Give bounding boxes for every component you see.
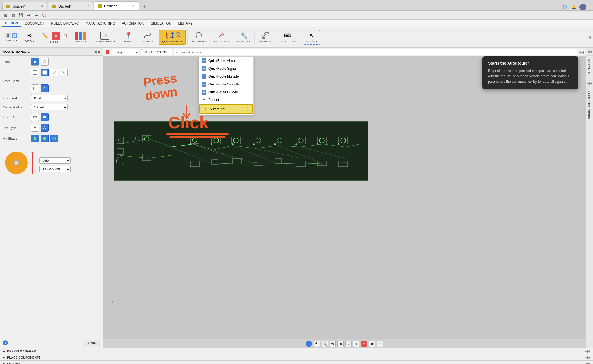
join-type-btn-1[interactable]: [31, 124, 39, 132]
layers-icon[interactable]: ▦: [10, 12, 17, 19]
via-shape-btn-circle1[interactable]: [41, 135, 49, 142]
style-btn-square[interactable]: [31, 69, 39, 76]
via-outer-select[interactable]: auto: [39, 157, 71, 164]
globe-icon[interactable]: 🌐: [561, 4, 568, 10]
browser-tab-1[interactable]: Untitled* ✕: [2, 2, 47, 10]
modify-button[interactable]: MODIFY ▾: [256, 30, 273, 44]
ribbon-group-rework: 🔧 REWORK ▾: [233, 30, 255, 44]
copy-button[interactable]: 📋: [61, 32, 69, 40]
style-btn-fill[interactable]: [41, 69, 49, 76]
design-manager-panel[interactable]: ▶ DESIGN MANAGER ◀◀: [0, 348, 593, 354]
tab-3-close[interactable]: ✕: [132, 4, 135, 8]
design-manager-collapse[interactable]: ◀◀: [585, 349, 590, 353]
inspector-tab[interactable]: INSPECTOR: [586, 55, 593, 80]
errors-panel[interactable]: ▶ ERRORS ◀◀: [0, 361, 593, 364]
browser-tab-3[interactable]: Untitled* ✕: [94, 1, 139, 10]
layers-button[interactable]: LAYERS ▾: [73, 30, 89, 44]
home-icon[interactable]: 🏠: [40, 12, 47, 19]
place-components-collapse[interactable]: ◀◀: [585, 356, 590, 359]
add-btn[interactable]: +: [353, 341, 359, 347]
ribbon-collapse-right[interactable]: ◀: [587, 35, 592, 39]
via-shape-btn-square[interactable]: [31, 135, 39, 142]
edit-button[interactable]: ✏️: [40, 31, 51, 41]
info-btn[interactable]: i: [306, 341, 312, 347]
tab-2-close[interactable]: ✕: [86, 5, 89, 8]
delete-button[interactable]: ✕: [52, 32, 60, 40]
right-panel-collapse-2[interactable]: ◀◀: [586, 80, 593, 87]
loop-btn-1[interactable]: [31, 58, 39, 66]
svg-line-19: [213, 146, 233, 150]
menu-manufacturing[interactable]: MANUFACTURING: [82, 20, 118, 27]
browser-tab-2[interactable]: Untitled* ✕: [48, 2, 93, 10]
place-button[interactable]: 📍 PLACE ▾: [121, 30, 136, 44]
trace-bend-btn-2[interactable]: [41, 84, 49, 92]
canvas-content[interactable]: + Press down Click: [103, 56, 586, 339]
via-shape-btn-circle2[interactable]: [50, 135, 58, 142]
rework-button[interactable]: 🔧 REWORK ▾: [235, 30, 253, 44]
info-icon[interactable]: i: [3, 340, 8, 345]
eye-btn[interactable]: 👁: [314, 341, 320, 347]
canvas-collapse-right[interactable]: ◀◀: [579, 50, 583, 54]
dropdown-item-autorouter[interactable]: Autorouter ⋮: [199, 104, 253, 114]
style-btn-diag2[interactable]: [60, 69, 68, 76]
unroute-button[interactable]: UNROUTE ▾: [212, 30, 231, 44]
right-panel-collapse[interactable]: ◀◀: [586, 48, 593, 55]
view-button[interactable]: 👁 VIEW ▾: [23, 31, 36, 44]
via-inner-select[interactable]: 13.77953 mil: [39, 166, 71, 172]
add-tab-button[interactable]: +: [140, 3, 148, 10]
dropdown-item-airwire[interactable]: QuickRoute Airwire: [199, 57, 253, 65]
place-label: PLACE ▾: [123, 40, 134, 43]
remove-btn[interactable]: −: [361, 341, 367, 347]
trace-width-select[interactable]: 6 mil: [31, 95, 68, 101]
switch-button[interactable]: ⊞ ⊟ SWITCH ▾: [3, 32, 19, 43]
zoom-fit-btn[interactable]: ⊟: [337, 341, 344, 347]
panel-collapse-button[interactable]: ◀◀: [94, 49, 100, 54]
redo-icon[interactable]: ↪: [33, 12, 39, 19]
svg-marker-79: [204, 108, 206, 111]
menu-rules[interactable]: RULES DRC/ERC: [48, 20, 82, 27]
dropdown-more-button[interactable]: ⋮: [245, 106, 249, 112]
errors-collapse[interactable]: ◀◀: [585, 362, 590, 364]
corner-radius-select[interactable]: 100 mil: [31, 104, 68, 110]
bell-icon[interactable]: 🔔: [570, 4, 577, 10]
selection-btn[interactable]: ⊞: [369, 341, 375, 347]
trace-width-label: Trace Width: [3, 97, 31, 100]
menu-design[interactable]: DESIGN: [2, 20, 21, 27]
grid-btn[interactable]: #: [345, 341, 352, 347]
menu-automation[interactable]: AUTOMATION: [118, 20, 148, 27]
dropdown-item-smooth[interactable]: QuickRoute Smooth: [199, 80, 253, 88]
selection-filter-tab[interactable]: SELECTION FILTER: [586, 87, 593, 122]
zoom-in-btn[interactable]: ⊕: [330, 341, 336, 347]
tab-1-close[interactable]: ✕: [41, 5, 43, 8]
style-btn-diag1[interactable]: [50, 69, 58, 76]
join-type-btn-2[interactable]: [41, 124, 49, 132]
dropdown-item-fanout[interactable]: Fanout: [199, 96, 253, 104]
shortcuts-button[interactable]: ⌨ SHORTCUTS ▾: [277, 30, 299, 44]
trace-cap-btn-1[interactable]: [31, 113, 39, 121]
route-btn-small[interactable]: →: [377, 341, 383, 347]
polygon-button[interactable]: POLYGON ▾: [189, 30, 208, 44]
select-button[interactable]: ↖ SELECT ▾: [303, 30, 320, 45]
done-button[interactable]: Done: [84, 340, 100, 346]
menu-library[interactable]: LIBRARY: [175, 20, 196, 27]
dropdown-item-guided[interactable]: QuickRoute Guided: [199, 88, 253, 96]
board-shape-button[interactable]: ⬜ BOARD SHAPE ▾: [93, 30, 118, 44]
quick-route-button[interactable]: QUICK ROUTE ▾: [159, 30, 186, 45]
dropdown-item-signal[interactable]: QuickRoute Signal: [199, 65, 253, 73]
grid-icon[interactable]: ⊞: [2, 12, 9, 19]
loop-btn-2[interactable]: [41, 58, 49, 66]
route-button[interactable]: ROUTE ▾: [140, 30, 155, 44]
trace-bend-btn-1[interactable]: [31, 84, 39, 92]
place-components-panel[interactable]: ▶ PLACE COMPONENTS ◀◀: [0, 354, 593, 361]
menu-document[interactable]: DOCUMENT: [21, 20, 48, 27]
save-icon[interactable]: 💾: [17, 12, 24, 19]
command-line-input[interactable]: [174, 49, 577, 55]
undo-icon[interactable]: ↩: [25, 12, 32, 19]
layer-select[interactable]: 1 Top: [111, 49, 139, 55]
svg-line-9: [62, 71, 65, 74]
menu-simulation[interactable]: SIMULATION: [148, 20, 175, 27]
dropdown-item-multiple[interactable]: QuickRoute Multiple: [199, 73, 253, 80]
trace-cap-btn-2[interactable]: [41, 113, 49, 121]
zoom-out-btn[interactable]: 🔍: [322, 341, 328, 347]
user-avatar[interactable]: [579, 4, 586, 10]
